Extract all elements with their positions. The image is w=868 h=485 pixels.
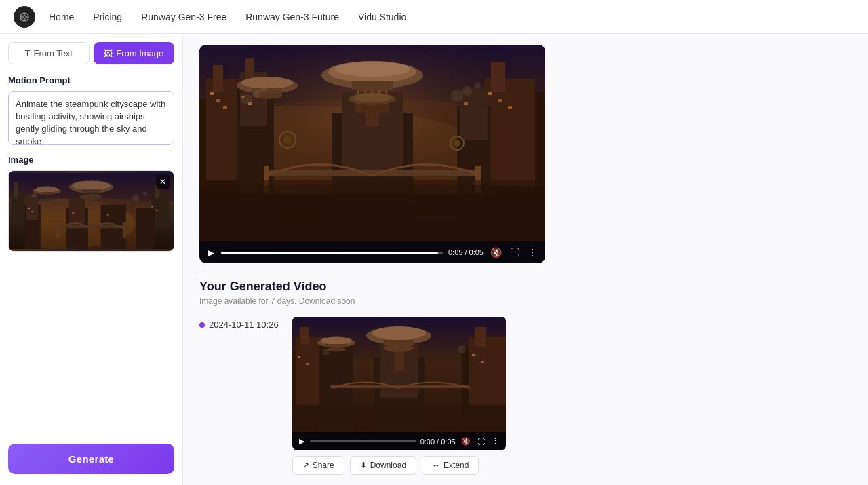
svg-rect-109 — [469, 337, 506, 405]
progress-fill — [221, 252, 438, 254]
nav-runway-free[interactable]: Runway Gen-3 Free — [141, 12, 226, 22]
svg-point-37 — [143, 192, 147, 196]
svg-point-99 — [283, 136, 292, 144]
svg-point-97 — [474, 82, 481, 89]
thumb-fullscreen-icon: ⛶ — [477, 438, 485, 446]
svg-point-94 — [260, 85, 267, 92]
video-timestamp: 2024-10-11 10:26 — [199, 319, 279, 330]
svg-point-123 — [323, 349, 330, 355]
svg-rect-42 — [72, 212, 74, 214]
svg-rect-125 — [292, 405, 506, 432]
svg-rect-50 — [213, 65, 223, 92]
ellipsis-icon: ⋮ — [528, 247, 537, 258]
generated-subtitle: Image available for 7 days. Download soo… — [199, 296, 852, 306]
svg-rect-56 — [223, 106, 227, 109]
svg-rect-33 — [41, 192, 54, 195]
generated-section: Your Generated Video Image available for… — [199, 279, 852, 475]
from-image-tab[interactable]: 🖼 From Image — [94, 42, 175, 64]
svg-rect-106 — [300, 327, 309, 344]
volume-icon: 🔇 — [490, 247, 502, 258]
svg-rect-65 — [498, 99, 502, 102]
svg-rect-38 — [28, 208, 30, 209]
svg-point-116 — [372, 326, 426, 340]
share-icon: ↗ — [302, 461, 309, 470]
thumb-play-icon: ▶ — [299, 437, 304, 446]
remove-image-button[interactable]: ✕ — [156, 175, 170, 189]
svg-rect-80 — [352, 81, 393, 90]
svg-point-96 — [462, 86, 472, 96]
svg-point-93 — [253, 90, 261, 98]
thumb-more-button[interactable]: ⋮ — [490, 435, 500, 447]
nav-runway-future[interactable]: Runway Gen-3 Future — [245, 12, 339, 22]
svg-point-87 — [353, 93, 391, 102]
svg-rect-26 — [81, 189, 100, 193]
thumb-video-frame — [292, 317, 506, 432]
svg-rect-43 — [107, 214, 109, 216]
thumb-time-display: 0:00 / 0:05 — [420, 438, 456, 446]
svg-point-122 — [327, 347, 346, 352]
svg-rect-121 — [326, 344, 347, 347]
svg-rect-110 — [475, 327, 486, 347]
extend-button[interactable]: ↔ Extend — [422, 456, 479, 475]
fullscreen-button[interactable]: ⛶ — [509, 246, 521, 259]
play-pause-button[interactable]: ▶ — [206, 246, 216, 259]
main-video-player: ▶ 0:05 / 0:05 🔇 ⛶ ⋮ — [199, 45, 545, 263]
thumb-fullscreen-button[interactable]: ⛶ — [476, 436, 486, 447]
main-video-controls: ▶ 0:05 / 0:05 🔇 ⛶ ⋮ — [199, 241, 545, 263]
motion-prompt-input[interactable] — [8, 91, 174, 145]
thumb-play-button[interactable]: ▶ — [298, 435, 306, 447]
content-area: ▶ 0:05 / 0:05 🔇 ⛶ ⋮ Your Generated Video — [183, 34, 868, 485]
sidebar: T From Text 🖼 From Image Motion Prompt I… — [0, 34, 183, 485]
time-display: 0:05 / 0:05 — [448, 248, 484, 256]
svg-point-30 — [80, 194, 103, 200]
thumb-video-controls: ▶ 0:00 / 0:05 🔇 ⛶ — [292, 432, 506, 450]
svg-rect-64 — [488, 92, 492, 95]
nav-vidu[interactable]: Vidu Studio — [358, 12, 406, 22]
nav-home[interactable]: Home — [49, 12, 74, 22]
svg-rect-53 — [245, 58, 254, 79]
svg-point-124 — [458, 345, 466, 353]
svg-rect-54 — [210, 92, 214, 95]
mute-button[interactable]: 🔇 — [489, 246, 503, 259]
main-video-frame — [199, 45, 545, 241]
svg-point-95 — [451, 90, 463, 102]
from-text-tab[interactable]: T From Text — [8, 42, 90, 64]
image-icon: 🖼 — [104, 48, 113, 58]
download-button[interactable]: ⬇ Download — [350, 456, 416, 475]
svg-rect-67 — [464, 102, 468, 105]
download-icon: ⬇ — [360, 461, 367, 470]
svg-point-101 — [454, 140, 460, 147]
svg-point-89 — [241, 77, 293, 89]
thumb-mute-button[interactable]: 🔇 — [460, 435, 472, 447]
video-entry: 2024-10-11 10:26 — [199, 317, 852, 475]
status-dot — [199, 322, 205, 328]
share-button[interactable]: ↗ Share — [292, 456, 344, 475]
more-options-button[interactable]: ⋮ — [526, 246, 538, 259]
app-logo — [14, 6, 35, 28]
fullscreen-icon: ⛶ — [510, 247, 519, 258]
svg-point-120 — [321, 337, 352, 345]
progress-track[interactable] — [221, 252, 443, 254]
action-buttons: ↗ Share ⬇ Download ↔ Extend — [292, 456, 506, 475]
svg-rect-128 — [472, 354, 475, 356]
svg-rect-61 — [491, 62, 505, 92]
tab-switcher: T From Text 🖼 From Image — [8, 42, 174, 64]
svg-point-118 — [384, 344, 414, 352]
generate-button[interactable]: Generate — [8, 444, 174, 474]
svg-rect-102 — [199, 180, 545, 241]
svg-rect-13 — [26, 195, 38, 220]
thumb-progress-track[interactable] — [310, 440, 416, 442]
image-preview: ✕ — [8, 170, 174, 252]
svg-point-25 — [72, 181, 110, 190]
svg-rect-22 — [56, 222, 60, 238]
svg-rect-129 — [481, 361, 484, 363]
nav-pricing[interactable]: Pricing — [93, 12, 122, 22]
motion-prompt-label: Motion Prompt — [8, 75, 174, 85]
thumbnail-video: ▶ 0:00 / 0:05 🔇 ⛶ — [292, 317, 506, 450]
navbar: Home Pricing Runway Gen-3 Free Runway Ge… — [0, 0, 868, 34]
svg-point-34 — [32, 193, 37, 197]
svg-rect-127 — [306, 363, 309, 365]
svg-rect-63 — [460, 89, 488, 140]
svg-rect-66 — [508, 106, 512, 109]
svg-point-36 — [132, 195, 138, 201]
